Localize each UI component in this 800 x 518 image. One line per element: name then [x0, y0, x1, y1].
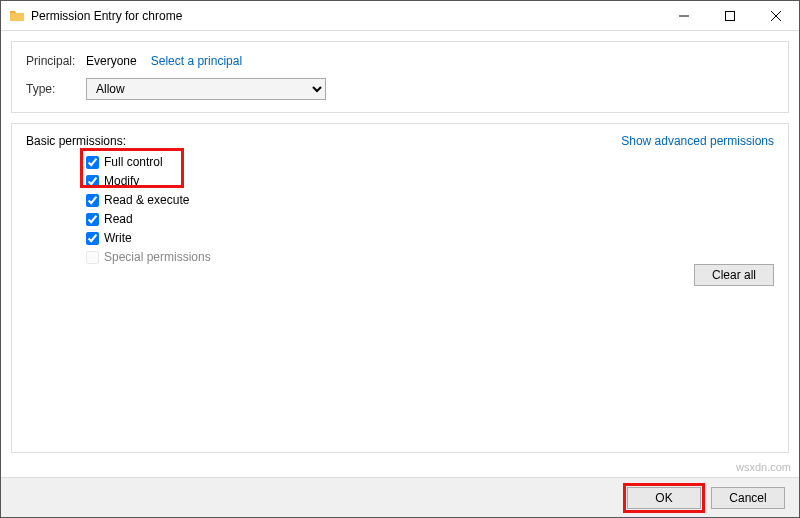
window-controls	[661, 1, 799, 30]
ok-highlight-annotation: OK	[623, 483, 705, 513]
permission-checkbox[interactable]	[86, 232, 99, 245]
titlebar: Permission Entry for chrome	[1, 1, 799, 31]
principal-panel: Principal: Everyone Select a principal T…	[11, 41, 789, 113]
permission-item[interactable]: Write	[86, 230, 211, 247]
permission-item[interactable]: Modify	[86, 173, 211, 190]
principal-value: Everyone	[86, 54, 137, 68]
permission-label: Read	[104, 211, 133, 228]
permissions-panel: Basic permissions: Show advanced permiss…	[11, 123, 789, 453]
maximize-button[interactable]	[707, 1, 753, 30]
permissions-list: Full controlModifyRead & executeReadWrit…	[86, 152, 211, 268]
principal-label: Principal:	[26, 54, 86, 68]
permission-checkbox	[86, 251, 99, 264]
cancel-button[interactable]: Cancel	[711, 487, 785, 509]
permission-item[interactable]: Read	[86, 211, 211, 228]
folder-icon	[9, 8, 25, 24]
clear-all-button[interactable]: Clear all	[694, 264, 774, 286]
permission-label: Modify	[104, 173, 139, 190]
window-title: Permission Entry for chrome	[31, 9, 661, 23]
permission-checkbox[interactable]	[86, 213, 99, 226]
permission-label: Read & execute	[104, 192, 189, 209]
window-frame: Permission Entry for chrome Principal: E…	[0, 0, 800, 518]
permission-checkbox[interactable]	[86, 194, 99, 207]
content-area: Principal: Everyone Select a principal T…	[1, 31, 799, 453]
permission-checkbox[interactable]	[86, 175, 99, 188]
type-row: Type: Allow	[26, 78, 774, 100]
principal-row: Principal: Everyone Select a principal	[26, 54, 774, 68]
ok-button[interactable]: OK	[627, 487, 701, 509]
close-button[interactable]	[753, 1, 799, 30]
type-label: Type:	[26, 82, 86, 96]
minimize-button[interactable]	[661, 1, 707, 30]
select-principal-link[interactable]: Select a principal	[151, 54, 242, 68]
permission-checkbox[interactable]	[86, 156, 99, 169]
permission-label: Full control	[104, 154, 163, 171]
basic-permissions-label: Basic permissions:	[26, 134, 126, 148]
footer-bar: OK Cancel	[1, 477, 799, 517]
type-select[interactable]: Allow	[86, 78, 326, 100]
permission-label: Write	[104, 230, 132, 247]
watermark-text: wsxdn.com	[736, 461, 791, 473]
permission-item[interactable]: Read & execute	[86, 192, 211, 209]
permission-item[interactable]: Full control	[86, 154, 211, 171]
permission-item: Special permissions	[86, 249, 211, 266]
svg-rect-1	[726, 11, 735, 20]
permissions-header: Basic permissions: Show advanced permiss…	[26, 134, 774, 148]
show-advanced-link[interactable]: Show advanced permissions	[621, 134, 774, 148]
permission-label: Special permissions	[104, 249, 211, 266]
